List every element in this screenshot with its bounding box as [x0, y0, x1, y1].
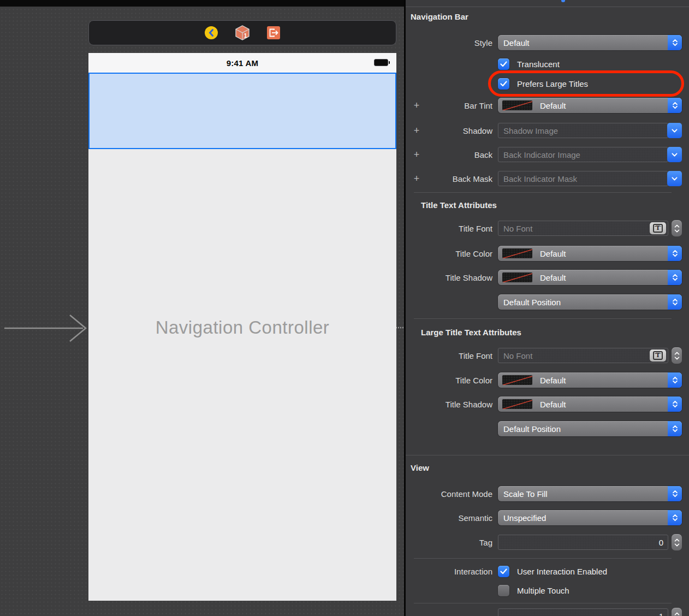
- font-picker-icon[interactable]: [650, 222, 666, 234]
- separator: [414, 318, 672, 319]
- large-title-font-label: Title Font: [406, 351, 492, 360]
- large-title-font-field[interactable]: No Font: [498, 348, 668, 363]
- tag-value: 0: [659, 538, 668, 547]
- storyboard-canvas[interactable]: 1: [0, 0, 404, 616]
- title-color-popup[interactable]: Default: [498, 246, 682, 261]
- shadow-position-popup[interactable]: Default Position: [498, 294, 682, 310]
- tag-row: Tag 0: [406, 535, 685, 550]
- navigation-controller-label: Navigation Controller: [88, 317, 396, 338]
- add-shadow-button[interactable]: +: [412, 123, 421, 138]
- color-well[interactable]: [502, 272, 533, 283]
- back-indicator-mask-field[interactable]: Back Indicator Mask: [498, 171, 668, 186]
- translucent-checkbox[interactable]: [498, 58, 509, 70]
- prefers-large-titles-checkbox[interactable]: [498, 78, 509, 90]
- first-responder-icon[interactable]: 1: [235, 25, 250, 40]
- content-mode-popup[interactable]: Scale To Fill: [498, 486, 682, 501]
- popup-stepper-icon: [668, 510, 682, 525]
- stepper[interactable]: [672, 608, 682, 616]
- popup-stepper-icon: [668, 486, 682, 501]
- bar-tint-value: Default: [533, 101, 566, 110]
- popup-stepper-icon: [668, 98, 682, 113]
- status-bar: 9:41 AM: [88, 53, 396, 73]
- title-font-field[interactable]: No Font: [498, 221, 668, 236]
- title-shadow-row: Title Shadow Default: [406, 270, 685, 285]
- semantic-row: Semantic Unspecified: [406, 510, 685, 525]
- color-well[interactable]: [502, 375, 533, 386]
- exit-icon[interactable]: [267, 26, 280, 39]
- multiple-touch-label: Multiple Touch: [517, 586, 569, 595]
- title-font-placeholder: No Font: [498, 224, 532, 233]
- back-mask-row: + Back Mask Back Indicator Mask: [406, 171, 685, 186]
- color-well[interactable]: [502, 100, 533, 111]
- style-popup[interactable]: Default: [498, 35, 682, 50]
- stepper[interactable]: [672, 534, 682, 550]
- shadow-row: + Shadow Shadow Image: [406, 123, 685, 138]
- chevron-down-icon[interactable]: [667, 147, 682, 162]
- user-interaction-enabled-checkbox[interactable]: [498, 566, 509, 577]
- translucent-row: Translucent: [406, 58, 685, 70]
- chevron-down-icon[interactable]: [667, 123, 682, 138]
- tag-label: Tag: [406, 538, 492, 547]
- chevron-down-icon[interactable]: [667, 171, 682, 186]
- separator: [414, 558, 672, 559]
- prefers-large-titles-label: Prefers Large Titles: [517, 79, 588, 88]
- inspector-tab-indicator: [561, 0, 565, 2]
- title-shadow-popup[interactable]: Default: [498, 270, 682, 285]
- bar-tint-popup[interactable]: Default: [498, 98, 682, 113]
- popup-stepper-icon: [668, 294, 682, 310]
- title-shadow-label: Title Shadow: [406, 273, 492, 282]
- semantic-popup[interactable]: Unspecified: [498, 510, 682, 525]
- translucent-label: Translucent: [517, 60, 560, 69]
- add-bar-tint-button[interactable]: +: [412, 98, 421, 113]
- section-title-title-text-attributes: Title Text Attributes: [421, 200, 497, 210]
- attributes-inspector: Navigation Bar Style Default Translucen: [406, 0, 689, 616]
- large-title-shadow-popup[interactable]: Default: [498, 396, 682, 412]
- title-color-label: Title Color: [406, 249, 492, 258]
- section-title-large-title-text-attributes: Large Title Text Attributes: [421, 328, 521, 337]
- popup-stepper-icon: [668, 396, 682, 412]
- shadow-image-field[interactable]: Shadow Image: [498, 123, 668, 138]
- large-title-font-row: Title Font No Font: [406, 348, 685, 363]
- title-color-row: Title Color Default: [406, 246, 685, 261]
- section-separator: [406, 455, 689, 455]
- content-mode-label: Content Mode: [406, 489, 492, 499]
- style-label: Style: [406, 38, 492, 48]
- section-title-view: View: [411, 463, 429, 472]
- multiple-touch-checkbox[interactable]: [498, 585, 509, 596]
- back-indicator-image-field[interactable]: Back Indicator Image: [498, 147, 668, 162]
- content-mode-row: Content Mode Scale To Fill: [406, 486, 685, 501]
- color-well[interactable]: [502, 248, 533, 259]
- stepper[interactable]: [672, 347, 682, 364]
- style-value: Default: [498, 38, 530, 48]
- add-back-mask-button[interactable]: +: [412, 171, 421, 186]
- large-title-color-popup[interactable]: Default: [498, 372, 682, 388]
- popup-stepper-icon: [668, 246, 682, 261]
- stepper[interactable]: [672, 220, 682, 236]
- clipped-field[interactable]: 1: [498, 608, 668, 616]
- color-well[interactable]: [502, 399, 533, 410]
- large-title-color-row: Title Color Default: [406, 372, 685, 388]
- navigation-controller-icon[interactable]: [205, 26, 218, 39]
- interaction-label: Interaction: [406, 567, 492, 576]
- large-shadow-position-popup[interactable]: Default Position: [498, 421, 682, 436]
- content-mode-value: Scale To Fill: [498, 489, 548, 499]
- separator: [414, 192, 672, 193]
- title-font-label: Title Font: [406, 224, 492, 233]
- add-back-button[interactable]: +: [412, 147, 421, 162]
- selected-navigation-bar[interactable]: [88, 73, 396, 149]
- title-shadow-value: Default: [533, 273, 566, 282]
- tag-field[interactable]: 0: [498, 535, 668, 550]
- entry-point-arrow[interactable]: [3, 314, 88, 342]
- large-title-shadow-label: Title Shadow: [406, 400, 492, 409]
- font-picker-icon[interactable]: [650, 350, 666, 362]
- clipped-alpha-row: 1: [406, 608, 685, 616]
- style-row: Style Default: [406, 35, 685, 50]
- large-title-shadow-row: Title Shadow Default: [406, 396, 685, 412]
- panel-divider[interactable]: [404, 0, 406, 616]
- panel-top-separator: [406, 7, 689, 7]
- status-bar-time: 9:41 AM: [227, 58, 258, 68]
- view-controller-scene[interactable]: 9:41 AM Navigation Controller: [88, 53, 396, 601]
- back-row: + Back Back Indicator Image: [406, 147, 685, 162]
- popup-stepper-icon: [668, 421, 682, 436]
- toolbar-strip: [0, 0, 406, 7]
